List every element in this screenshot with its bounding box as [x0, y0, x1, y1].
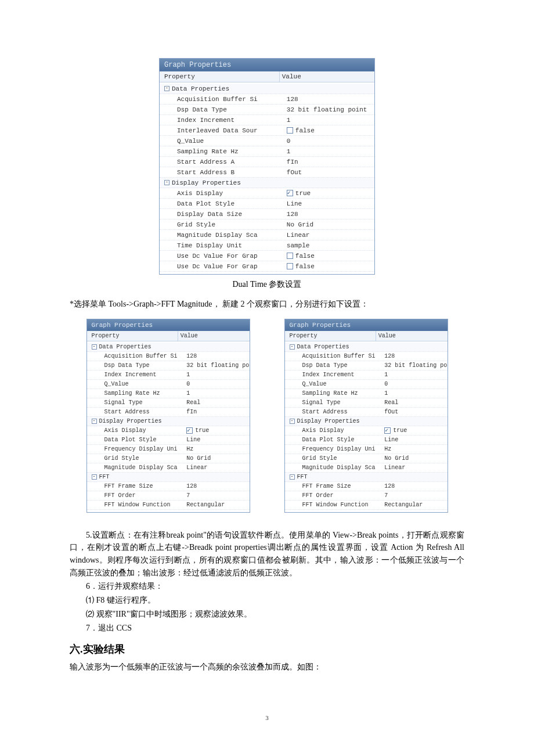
- property-group[interactable]: - Data Properties: [285, 343, 448, 352]
- property-group[interactable]: - Display Properties: [285, 417, 448, 426]
- property-row[interactable]: Acquisition Buffer Si128: [160, 94, 374, 105]
- property-row[interactable]: Sampling Rate Hz1: [87, 389, 250, 398]
- property-row[interactable]: Start AddressfOut: [285, 408, 448, 417]
- property-row[interactable]: Acquisition Buffer Si128: [87, 352, 250, 361]
- property-row[interactable]: Signal TypeReal: [87, 398, 250, 408]
- property-group[interactable]: - Display Properties: [160, 178, 374, 188]
- property-row[interactable]: Magnitude Display ScaLinear: [87, 463, 250, 473]
- property-value[interactable]: 1: [382, 390, 447, 397]
- property-value[interactable]: No Grid: [284, 221, 374, 228]
- property-value[interactable]: true: [382, 427, 447, 434]
- collapse-icon[interactable]: -: [92, 474, 97, 480]
- property-row[interactable]: FFT Frame Size128: [87, 482, 250, 491]
- property-row[interactable]: Q_Value0: [160, 136, 374, 146]
- collapse-icon[interactable]: -: [92, 419, 97, 424]
- collapse-icon[interactable]: -: [290, 344, 295, 350]
- property-row[interactable]: Grid StyleNo Grid: [87, 454, 250, 463]
- property-row[interactable]: Q_Value0: [87, 380, 250, 389]
- property-row[interactable]: FFT Frame Size128: [285, 482, 448, 491]
- property-row[interactable]: FFT Order7: [285, 491, 448, 501]
- property-value[interactable]: 128: [184, 353, 249, 359]
- property-value[interactable]: 32 bit floating point: [382, 362, 447, 369]
- property-value[interactable]: Linear: [284, 232, 374, 239]
- property-row[interactable]: Data Plot StyleLine: [285, 435, 448, 445]
- property-value[interactable]: Rectangular: [382, 502, 447, 508]
- property-value[interactable]: 1: [284, 148, 374, 155]
- checkbox[interactable]: [287, 127, 293, 134]
- property-value[interactable]: 1: [184, 390, 249, 397]
- property-value[interactable]: 1: [284, 117, 374, 124]
- property-value[interactable]: No Grid: [184, 455, 249, 462]
- property-row[interactable]: Sampling Rate Hz1: [285, 389, 448, 398]
- property-row[interactable]: Acquisition Buffer Si128: [285, 352, 448, 361]
- property-row[interactable]: FFT Window FunctionRectangular: [285, 501, 448, 510]
- property-value[interactable]: 7: [382, 492, 447, 499]
- property-row[interactable]: Magnitude Display ScaLinear: [160, 230, 374, 240]
- property-value[interactable]: 0: [184, 381, 249, 387]
- collapse-icon[interactable]: -: [92, 344, 97, 350]
- property-row[interactable]: Sampling Rate Hz1: [160, 146, 374, 157]
- property-row[interactable]: Dsp Data Type32 bit floating point: [160, 105, 374, 115]
- property-value[interactable]: 128: [382, 353, 447, 359]
- property-row[interactable]: Grid StyleNo Grid: [160, 219, 374, 230]
- property-row[interactable]: Magnitude Display ScaLinear: [285, 463, 448, 473]
- property-group[interactable]: - Display Properties: [87, 417, 250, 426]
- property-value[interactable]: 0: [284, 138, 374, 145]
- property-value[interactable]: 32 bit floating point: [284, 106, 374, 113]
- property-value[interactable]: fOut: [284, 169, 374, 176]
- property-row[interactable]: Axis Display true: [285, 426, 448, 435]
- property-group[interactable]: - Data Properties: [87, 343, 250, 352]
- property-value[interactable]: fIn: [184, 409, 249, 415]
- collapse-icon[interactable]: -: [290, 474, 295, 480]
- property-row[interactable]: Start Address AfIn: [160, 157, 374, 167]
- property-row[interactable]: Index Increment1: [160, 115, 374, 125]
- collapse-icon[interactable]: -: [164, 180, 169, 185]
- property-row[interactable]: Data Plot StyleLine: [87, 435, 250, 445]
- checkbox[interactable]: [186, 427, 193, 434]
- property-group[interactable]: - Data Properties: [160, 84, 374, 94]
- property-value[interactable]: 0: [382, 381, 447, 387]
- property-group[interactable]: - FFT: [285, 473, 448, 482]
- property-value[interactable]: false: [284, 127, 374, 134]
- property-row[interactable]: Data Plot StyleLine: [160, 199, 374, 209]
- property-value[interactable]: true: [184, 427, 249, 434]
- property-value[interactable]: false: [284, 263, 374, 270]
- property-value[interactable]: Hz: [184, 446, 249, 452]
- property-value[interactable]: 128: [184, 483, 249, 489]
- property-row[interactable]: Display Data Size128: [160, 209, 374, 219]
- property-row[interactable]: Frequency Display UniHz: [285, 445, 448, 454]
- property-row[interactable]: Frequency Display UniHz: [87, 445, 250, 454]
- property-row[interactable]: Dsp Data Type32 bit floating point: [285, 361, 448, 370]
- checkbox[interactable]: [287, 253, 293, 259]
- property-value[interactable]: 128: [284, 96, 374, 103]
- property-value[interactable]: Linear: [184, 465, 249, 471]
- property-value[interactable]: Real: [184, 399, 249, 406]
- property-row[interactable]: Axis Display true: [87, 426, 250, 435]
- property-row[interactable]: Index Increment1: [285, 370, 448, 380]
- property-value[interactable]: No Grid: [382, 455, 447, 462]
- property-value[interactable]: 1: [382, 372, 447, 378]
- property-row[interactable]: Time Display Unitsample: [160, 240, 374, 251]
- property-value[interactable]: Linear: [382, 465, 447, 471]
- checkbox[interactable]: [287, 190, 293, 196]
- property-row[interactable]: Interleaved Data Sour false: [160, 125, 374, 136]
- property-row[interactable]: Start AddressfIn: [87, 408, 250, 417]
- property-value[interactable]: fIn: [284, 159, 374, 165]
- property-value[interactable]: 128: [284, 211, 374, 218]
- property-value[interactable]: 128: [382, 483, 447, 489]
- property-value[interactable]: true: [284, 190, 374, 197]
- property-value[interactable]: Line: [184, 437, 249, 443]
- property-value[interactable]: 1: [184, 372, 249, 378]
- property-row[interactable]: Use Dc Value For Grap false: [160, 261, 374, 272]
- property-value[interactable]: Line: [382, 437, 447, 443]
- property-value[interactable]: Hz: [382, 446, 447, 452]
- property-value[interactable]: 7: [184, 492, 249, 499]
- property-row[interactable]: FFT Window FunctionRectangular: [87, 501, 250, 510]
- collapse-icon[interactable]: -: [164, 86, 169, 91]
- property-row[interactable]: Grid StyleNo Grid: [285, 454, 448, 463]
- property-value[interactable]: Real: [382, 399, 447, 406]
- property-row[interactable]: Dsp Data Type32 bit floating point: [87, 361, 250, 370]
- property-row[interactable]: Signal TypeReal: [285, 398, 448, 408]
- property-row[interactable]: Use Dc Value For Grap false: [160, 251, 374, 261]
- property-group[interactable]: - FFT: [87, 473, 250, 482]
